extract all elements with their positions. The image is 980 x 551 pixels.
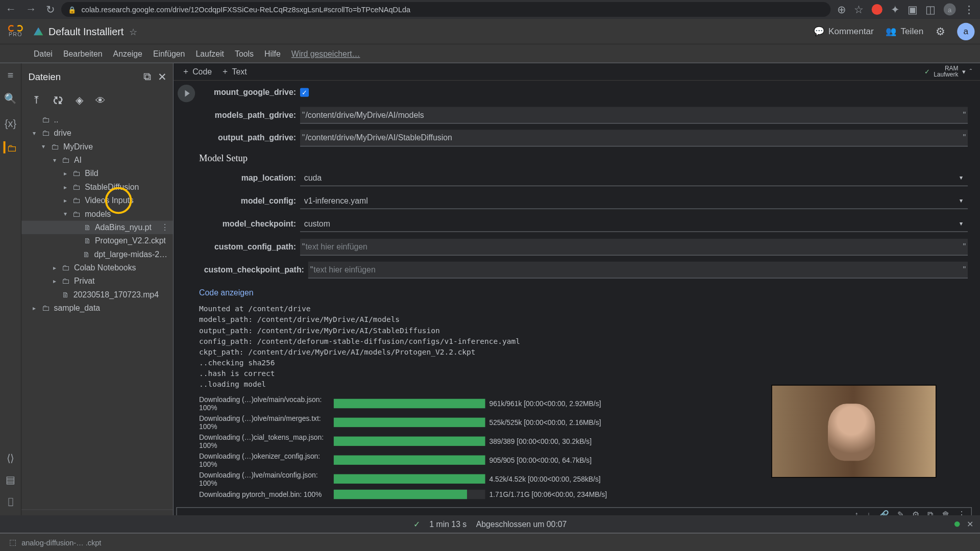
share-icon: 👥 xyxy=(886,26,896,36)
mount-drive-icon[interactable]: ◈ xyxy=(76,94,84,107)
download-file-icon[interactable]: ⬚ xyxy=(9,538,16,547)
gear-icon[interactable]: ⚙ xyxy=(936,25,945,38)
run-cell-button[interactable] xyxy=(178,85,195,102)
nav-reload-icon[interactable]: ↻ xyxy=(46,3,55,16)
downloads-shelf: ⬚ analog-diffusion-… .ckpt xyxy=(0,533,980,551)
browser-toolbar: ← → ↻ 🔒 colab.research.google.com/drive/… xyxy=(0,0,980,19)
file-tree: 🗀.. ▾🗀drive ▾🗀MyDrive ▾🗀AI ▸🗀Bild ▸🗀Stab… xyxy=(21,110,173,509)
tree-file[interactable]: 🗎AdaBins_nyu.pt⋮ xyxy=(21,221,173,234)
show-code-link[interactable]: Code anzeigen xyxy=(199,288,968,297)
menu-anzeige[interactable]: Anzeige xyxy=(113,49,142,58)
profile-avatar[interactable]: a xyxy=(944,4,956,16)
sidepanel-icon[interactable]: ◫ xyxy=(925,3,936,16)
code-snippets-icon[interactable]: ⟨⟩ xyxy=(5,452,17,464)
download-filename[interactable]: analog-diffusion-… .ckpt xyxy=(21,539,101,547)
progress-bar xyxy=(334,398,485,408)
tree-parent-dir[interactable]: 🗀.. xyxy=(21,113,173,127)
collapse-icon[interactable]: ˆ xyxy=(970,68,972,76)
command-palette-icon[interactable]: ▤ xyxy=(5,473,17,486)
extensions-icon[interactable]: ✦ xyxy=(891,3,899,16)
download-label: Downloading (…)cial_tokens_map.json: 100… xyxy=(199,433,330,449)
bookmark-star-icon[interactable]: ☆ xyxy=(854,3,863,16)
custom-checkpoint-input[interactable]: "text hier einfügen" xyxy=(308,261,968,278)
share-button[interactable]: 👥Teilen xyxy=(886,26,923,36)
toc-icon[interactable]: ≡ xyxy=(5,69,17,81)
menu-einfuegen[interactable]: Einfügen xyxy=(153,49,185,58)
tree-item[interactable]: ▸🗀Colab Notebooks xyxy=(21,261,173,274)
status-close-icon[interactable]: ✕ xyxy=(967,519,973,529)
variables-icon[interactable]: {x} xyxy=(5,117,17,129)
status-check-icon: ✓ xyxy=(413,519,420,529)
menu-hilfe[interactable]: Hilfe xyxy=(264,49,281,58)
file-more-icon[interactable]: ⋮ xyxy=(161,222,169,232)
menu-tools[interactable]: Tools xyxy=(235,49,254,58)
browser-menu-icon[interactable]: ⋮ xyxy=(964,3,974,16)
tree-item[interactable]: ▾🗀MyDrive xyxy=(21,140,173,153)
download-progress-row: Downloading pytorch_model.bin: 100%1.71G… xyxy=(199,489,968,498)
section-heading: Model Setup xyxy=(199,154,968,164)
tree-item[interactable]: ▾🗀models xyxy=(21,207,173,220)
tree-item[interactable]: ▸🗀Privat xyxy=(21,274,173,288)
notebook-title[interactable]: Default Installiert xyxy=(48,26,124,37)
menu-laufzeit[interactable]: Laufzeit xyxy=(195,49,224,58)
progress-bar xyxy=(334,455,485,464)
nav-forward-icon[interactable]: → xyxy=(26,4,36,16)
colab-header: PRO Default Installiert ☆ 💬Kommentar 👥Te… xyxy=(0,19,980,44)
search-icon[interactable]: 🔍 xyxy=(5,93,17,105)
runtime-dropdown-icon[interactable]: ▾ xyxy=(962,68,966,76)
star-icon[interactable]: ☆ xyxy=(129,26,138,37)
download-stats: 525k/525k [00:00<00:00, 2.16MB/s] xyxy=(489,418,601,427)
lock-icon: 🔒 xyxy=(68,6,76,13)
refresh-icon[interactable]: 🗘 xyxy=(53,94,63,106)
nav-back-icon[interactable]: ← xyxy=(6,4,16,16)
runtime-connected-icon: ✓ xyxy=(924,68,930,76)
model-config-select[interactable]: v1-inference.yaml▼ xyxy=(300,193,968,209)
extension-badge[interactable] xyxy=(872,4,883,15)
add-code-button[interactable]: ＋Code xyxy=(182,66,212,77)
runtime-resources[interactable]: RAM Laufwerk xyxy=(934,66,958,78)
param-label: custom_config_path: xyxy=(199,242,300,252)
files-panel-title: Dateien xyxy=(28,71,61,82)
account-avatar[interactable]: a xyxy=(957,22,974,40)
toggle-hidden-icon[interactable]: 👁 xyxy=(95,94,106,106)
colab-logo[interactable]: PRO xyxy=(4,20,27,43)
output-path-input[interactable]: "/content/drive/MyDrive/AI/StableDiffusi… xyxy=(300,130,968,146)
new-window-icon[interactable]: ⧉ xyxy=(143,70,151,83)
download-label: Downloading (…)olve/main/vocab.json: 100… xyxy=(199,395,330,412)
tree-file[interactable]: 🗎dpt_large-midas-2f21… xyxy=(21,247,173,261)
save-status: Wird gespeichert… xyxy=(291,49,360,58)
map-location-select[interactable]: cuda▼ xyxy=(300,170,968,186)
status-duration: 1 min 13 s xyxy=(429,519,467,529)
add-text-button[interactable]: ＋Text xyxy=(221,66,247,77)
terminal-icon[interactable]: ⌷ xyxy=(5,495,17,508)
files-tab-icon[interactable]: 🗀 xyxy=(4,141,16,154)
tree-item[interactable]: ▸🗀Videos Inputs xyxy=(21,194,173,207)
progress-bar xyxy=(334,417,485,427)
tree-item[interactable]: ▸🗀sample_data xyxy=(21,302,173,315)
webcam-overlay xyxy=(771,385,936,478)
tree-file[interactable]: 🗎Protogen_V2.2.ckpt xyxy=(21,234,173,247)
install-icon[interactable]: ⊕ xyxy=(837,3,846,16)
tree-item[interactable]: ▾🗀drive xyxy=(21,127,173,140)
address-bar[interactable]: 🔒 colab.research.google.com/drive/12Ocdq… xyxy=(61,2,830,17)
cell-output-text: Mounted at /content/drive models_path: /… xyxy=(199,304,968,390)
tree-file[interactable]: 🗎20230518_170723.mp4 xyxy=(21,288,173,301)
mount-drive-checkbox[interactable]: ✓ xyxy=(300,88,309,96)
tree-item[interactable]: ▸🗀Bild xyxy=(21,167,173,180)
model-checkpoint-select[interactable]: custom▼ xyxy=(300,216,968,232)
download-stats: 961k/961k [00:00<00:00, 2.92MB/s] xyxy=(489,399,601,408)
download-label: Downloading (…)olve/main/merges.txt: 100… xyxy=(199,414,330,431)
tree-item[interactable]: ▾🗀AI xyxy=(21,154,173,167)
url-text: colab.research.google.com/drive/12OcdqpI… xyxy=(82,6,411,14)
menu-bearbeiten[interactable]: Bearbeiten xyxy=(63,49,103,58)
custom-config-input[interactable]: "text hier einfügen" xyxy=(300,238,968,255)
media-icon[interactable]: ▣ xyxy=(908,3,918,16)
close-panel-icon[interactable]: ✕ xyxy=(158,70,166,83)
chevron-down-icon: ▼ xyxy=(959,221,964,227)
left-rail: ≡ 🔍 {x} 🗀 ⟨⟩ ▤ ⌷ xyxy=(0,63,21,534)
upload-icon[interactable]: ⤒ xyxy=(32,94,41,107)
models-path-input[interactable]: "/content/drive/MyDrive/AI/models" xyxy=(300,107,968,123)
menu-datei[interactable]: Datei xyxy=(34,49,53,58)
tree-item[interactable]: ▸🗀StableDiffusion xyxy=(21,180,173,193)
comment-button[interactable]: 💬Kommentar xyxy=(814,26,874,36)
